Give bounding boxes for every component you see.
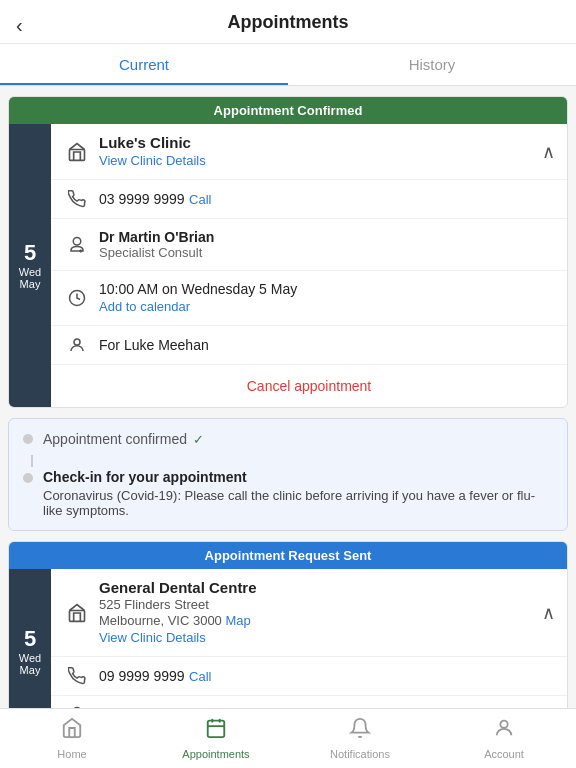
info-box: Appointment confirmed ✓ Check-in for you… [8,418,568,531]
time-content-1: 10:00 AM on Wednesday 5 May Add to calen… [99,281,555,315]
cancel-label-1[interactable]: Cancel appointment [247,378,372,394]
info-confirmed-row: Appointment confirmed ✓ [23,431,553,447]
time-row-1: 10:00 AM on Wednesday 5 May Add to calen… [51,271,567,326]
nav-appointments[interactable]: Appointments [144,709,288,768]
appointment-card-2: Appointment Request Sent 5 Wed May Gener… [8,541,568,735]
nav-home-label: Home [57,748,86,760]
patient-text-1: For Luke Meehan [99,337,209,353]
clock-icon-1 [63,289,91,307]
phone-content-1: 03 9999 9999 Call [99,190,555,208]
svg-point-4 [74,339,80,345]
view-clinic-link-1[interactable]: View Clinic Details [99,153,206,168]
patient-icon-1 [63,336,91,354]
checkin-body: Coronavirus (Covid-19): Please call the … [43,488,553,518]
nav-appointments-label: Appointments [182,748,249,760]
status-bar-request: Appointment Request Sent [9,542,567,569]
date-day-1: Wed [19,266,41,278]
clinic-name-1: Luke's Clinic [99,134,542,151]
phone-number-1: 03 9999 9999 [99,191,185,207]
svg-point-12 [500,721,507,728]
nav-notifications-label: Notifications [330,748,390,760]
tab-current[interactable]: Current [0,44,288,85]
account-icon [493,717,515,745]
tab-history[interactable]: History [288,44,576,85]
appointments-icon [205,717,227,745]
clinic-address-2: 525 Flinders Street [99,597,542,612]
phone-number-2: 09 9999 9999 [99,668,185,684]
nav-notifications[interactable]: Notifications [288,709,432,768]
header: ‹ Appointments Current History [0,0,576,86]
doctor-row-1: Dr Martin O'Brian Specialist Consult [51,219,567,271]
nav-home[interactable]: Home [0,709,144,768]
checkin-title: Check-in for your appointment [43,469,553,485]
patient-content-1: For Luke Meehan [99,336,555,354]
phone-row-2: 09 9999 9999 Call [51,657,567,696]
svg-rect-5 [70,610,85,621]
patient-row-1: For Luke Meehan [51,326,567,365]
doctor-icon-1 [63,236,91,254]
clinic-address2-2: Melbourne, VIC 3000 Map [99,613,542,628]
nav-account-label: Account [484,748,524,760]
info-checkin-row: Check-in for your appointment Coronaviru… [23,469,553,518]
clinic-icon [63,142,91,162]
clinic-row-2: General Dental Centre 525 Flinders Stree… [51,569,567,657]
expand-icon-1[interactable]: ∧ [542,141,555,163]
phone-row-1: 03 9999 9999 Call [51,180,567,219]
status-bar-confirmed: Appointment Confirmed [9,97,567,124]
cancel-row-1[interactable]: Cancel appointment [51,365,567,407]
clinic-icon-2 [63,603,91,623]
bottom-nav: Home Appointments Notifications Account [0,708,576,768]
checkmark-icon: ✓ [193,432,204,447]
dot-checkin [23,473,33,483]
clinic-info-2: General Dental Centre 525 Flinders Stree… [99,579,542,646]
clinic-row-1: Luke's Clinic View Clinic Details ∧ [51,124,567,180]
map-link-2[interactable]: Map [225,613,250,628]
date-number-2: 5 [24,628,36,650]
phone-icon-1 [63,190,91,208]
dot-confirmed [23,434,33,444]
call-link-1[interactable]: Call [189,192,211,207]
date-month-1: May [20,278,41,290]
doctor-specialty-1: Specialist Consult [99,245,555,260]
svg-rect-8 [208,721,225,738]
appointment-card-1: Appointment Confirmed 5 Wed May Luke's C… [8,96,568,408]
checkin-content: Check-in for your appointment Coronaviru… [43,469,553,518]
svg-rect-0 [70,149,85,160]
tab-bar: Current History [0,43,576,85]
scroll-area: Appointment Confirmed 5 Wed May Luke's C… [0,86,576,768]
doctor-name-1: Dr Martin O'Brian [99,229,555,245]
notifications-icon [349,717,371,745]
card-body-1: 5 Wed May Luke's Clinic View Clinic Deta… [9,124,567,407]
call-link-2[interactable]: Call [189,669,211,684]
date-month-2: May [20,664,41,676]
clinic-info-1: Luke's Clinic View Clinic Details [99,134,542,169]
phone-content-2: 09 9999 9999 Call [99,667,555,685]
nav-account[interactable]: Account [432,709,576,768]
date-number-1: 5 [24,242,36,264]
view-clinic-link-2[interactable]: View Clinic Details [99,630,206,645]
doctor-content-1: Dr Martin O'Brian Specialist Consult [99,229,555,260]
add-calendar-link-1[interactable]: Add to calendar [99,299,190,314]
confirmed-text: Appointment confirmed [43,431,187,447]
phone-icon-2 [63,667,91,685]
clinic-name-2: General Dental Centre [99,579,542,596]
time-text-1: 10:00 AM on Wednesday 5 May [99,281,555,297]
back-button[interactable]: ‹ [16,14,23,37]
card-content-1: Luke's Clinic View Clinic Details ∧ 03 9… [51,124,567,407]
date-column-1: 5 Wed May [9,124,51,407]
expand-icon-2[interactable]: ∧ [542,602,555,624]
connector-line [31,455,33,467]
home-icon [61,717,83,745]
date-day-2: Wed [19,652,41,664]
page-title: Appointments [0,12,576,43]
